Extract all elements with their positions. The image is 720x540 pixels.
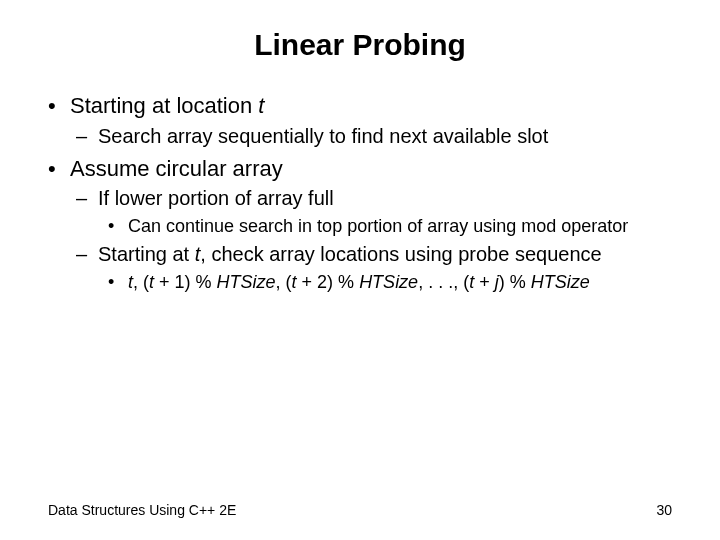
bullet-2-sub-2a-text: t, (t + 1) % HTSize, (t + 2) % HTSize, .… — [128, 271, 590, 294]
bullet-1-sub-1: – Search array sequentially to find next… — [48, 124, 672, 149]
text-fragment: Starting at — [98, 243, 195, 265]
dash-icon: – — [76, 186, 98, 211]
bullet-icon: • — [48, 155, 70, 183]
bullet-1-text: Starting at location t — [70, 92, 264, 120]
bullet-2-sub-2a: • t, (t + 1) % HTSize, (t + 2) % HTSize,… — [48, 271, 672, 294]
bullet-2-sub-1: – If lower portion of array full • Can c… — [48, 186, 672, 238]
text-fragment: , check array locations using probe sequ… — [200, 243, 601, 265]
text-fragment-italic: HTSize — [359, 272, 418, 292]
footer-left: Data Structures Using C++ 2E — [48, 502, 236, 518]
bullet-1-sub-1-text: Search array sequentially to find next a… — [98, 124, 548, 149]
bullet-icon: • — [108, 271, 128, 294]
text-fragment: + — [474, 272, 495, 292]
text-fragment-italic: HTSize — [217, 272, 276, 292]
slide-footer: Data Structures Using C++ 2E 30 — [48, 502, 672, 518]
bullet-icon: • — [108, 215, 128, 238]
bullet-2-sub-1a: • Can continue search in top portion of … — [48, 215, 672, 238]
slide-content: • Starting at location t – Search array … — [48, 92, 672, 293]
slide-title: Linear Probing — [48, 28, 672, 62]
bullet-2-sub-1-text: If lower portion of array full — [98, 186, 334, 211]
text-fragment: , ( — [133, 272, 149, 292]
text-fragment: + 2) % — [297, 272, 360, 292]
text-fragment: Starting at location — [70, 93, 258, 118]
dash-icon: – — [76, 242, 98, 267]
text-fragment-italic: HTSize — [531, 272, 590, 292]
dash-icon: – — [76, 124, 98, 149]
text-fragment: + 1) % — [154, 272, 217, 292]
bullet-2: • Assume circular array – If lower porti… — [48, 155, 672, 294]
bullet-list: • Starting at location t – Search array … — [48, 92, 672, 293]
text-fragment-italic: t — [258, 93, 264, 118]
bullet-2-text: Assume circular array — [70, 155, 283, 183]
bullet-2-sub-2-text: Starting at t, check array locations usi… — [98, 242, 602, 267]
footer-page-number: 30 — [656, 502, 672, 518]
bullet-1: • Starting at location t – Search array … — [48, 92, 672, 149]
bullet-icon: • — [48, 92, 70, 120]
text-fragment: , . . ., ( — [418, 272, 469, 292]
slide: Linear Probing • Starting at location t … — [0, 0, 720, 540]
text-fragment: , ( — [276, 272, 292, 292]
bullet-2-sub-2: – Starting at t, check array locations u… — [48, 242, 672, 294]
bullet-2-sub-1a-text: Can continue search in top portion of ar… — [128, 215, 628, 238]
text-fragment: ) % — [499, 272, 531, 292]
